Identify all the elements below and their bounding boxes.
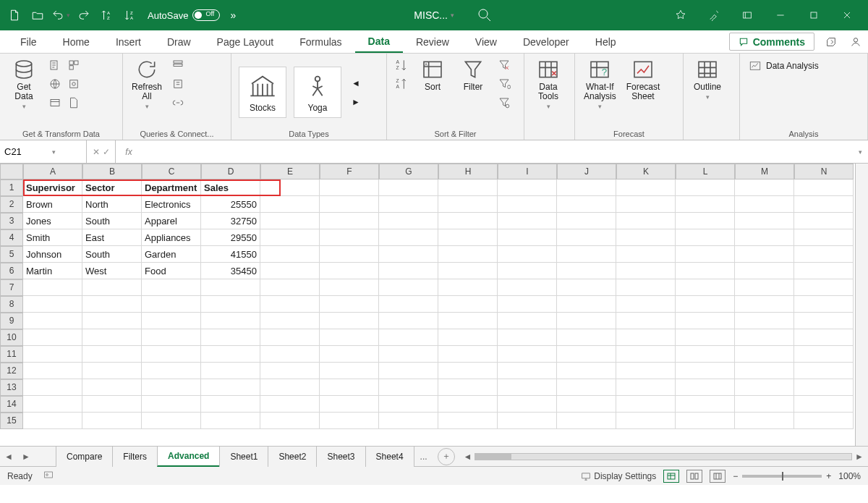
cell[interactable] — [438, 379, 498, 396]
document-name[interactable]: MISC... ▾ — [414, 9, 454, 21]
close-button[interactable] — [830, 0, 864, 30]
filter-button[interactable]: Filter — [455, 56, 491, 93]
cell[interactable]: 29550 — [201, 229, 260, 246]
cell[interactable] — [438, 213, 498, 229]
cell[interactable] — [498, 396, 557, 413]
cell[interactable] — [616, 279, 676, 296]
cell[interactable] — [438, 396, 498, 413]
cell[interactable] — [557, 363, 616, 379]
cell[interactable]: 25550 — [201, 196, 260, 213]
page-layout-view-button[interactable] — [686, 470, 702, 483]
nav-left-icon[interactable]: ◄ — [347, 75, 365, 92]
edit-links-icon[interactable] — [169, 94, 187, 111]
cell[interactable] — [260, 313, 320, 329]
cell[interactable] — [616, 363, 676, 379]
column-header[interactable]: I — [498, 164, 557, 179]
sheet-tab[interactable]: Advanced — [157, 447, 220, 467]
tab-home[interactable]: Home — [50, 30, 103, 53]
cell[interactable] — [557, 346, 616, 363]
cell[interactable] — [320, 313, 379, 329]
column-header[interactable]: J — [557, 164, 616, 179]
cell[interactable] — [438, 296, 498, 313]
cell[interactable] — [676, 179, 735, 196]
sort-button[interactable]: A Sort — [414, 56, 451, 93]
cell[interactable] — [735, 246, 794, 263]
cell[interactable] — [438, 313, 498, 329]
cell[interactable] — [379, 246, 438, 263]
whatif-button[interactable]: ? What-If Analysis ▾ — [581, 56, 619, 111]
cell[interactable] — [557, 413, 616, 429]
row-header[interactable]: 12 — [0, 363, 23, 379]
cell[interactable] — [379, 313, 438, 329]
cell[interactable] — [676, 363, 735, 379]
cell[interactable]: North — [82, 196, 142, 213]
cell[interactable]: Department — [142, 179, 201, 196]
cell[interactable]: South — [82, 213, 142, 229]
row-header[interactable]: 5 — [0, 246, 23, 263]
queries-icon[interactable] — [169, 56, 187, 74]
data-conn-icon[interactable] — [65, 94, 82, 111]
cell[interactable] — [142, 279, 201, 296]
row-header[interactable]: 15 — [0, 413, 23, 429]
column-header[interactable]: L — [676, 164, 735, 179]
cell[interactable] — [201, 396, 260, 413]
autosave-toggle[interactable]: AutoSave Off — [148, 9, 220, 21]
yoga-button[interactable]: Yoga — [294, 67, 341, 118]
cell[interactable] — [794, 213, 854, 229]
cell[interactable] — [379, 179, 438, 196]
cell[interactable] — [23, 379, 82, 396]
cell[interactable] — [23, 346, 82, 363]
cell[interactable] — [82, 329, 142, 346]
cell[interactable] — [438, 263, 498, 279]
cell[interactable] — [379, 346, 438, 363]
cell[interactable] — [616, 329, 676, 346]
sheet-more[interactable]: ... — [414, 452, 433, 462]
from-table-icon[interactable] — [46, 75, 64, 93]
cell[interactable]: South — [82, 246, 142, 263]
name-box[interactable]: ▾ — [0, 140, 87, 163]
cell[interactable] — [201, 296, 260, 313]
sheet-tab[interactable]: Sheet2 — [268, 447, 317, 467]
cell[interactable] — [260, 196, 320, 213]
column-header[interactable]: E — [260, 164, 320, 179]
cell[interactable] — [735, 363, 794, 379]
comments-button[interactable]: Comments — [729, 33, 814, 51]
cell[interactable] — [438, 196, 498, 213]
tab-draw[interactable]: Draw — [154, 30, 204, 53]
cell[interactable] — [616, 196, 676, 213]
cell[interactable] — [260, 363, 320, 379]
tab-file[interactable]: File — [7, 30, 50, 53]
cell[interactable] — [260, 396, 320, 413]
column-header[interactable]: M — [735, 164, 794, 179]
cell[interactable] — [320, 263, 379, 279]
cell[interactable] — [438, 329, 498, 346]
cell[interactable] — [616, 396, 676, 413]
cell[interactable] — [794, 263, 854, 279]
cell[interactable] — [320, 296, 379, 313]
from-text-icon[interactable] — [46, 56, 64, 74]
cell[interactable] — [735, 396, 794, 413]
cell[interactable] — [82, 313, 142, 329]
cell[interactable] — [379, 229, 438, 246]
cell[interactable] — [498, 196, 557, 213]
cell[interactable] — [438, 346, 498, 363]
cell[interactable]: Apparel — [142, 213, 201, 229]
select-all-corner[interactable] — [0, 164, 23, 179]
cell[interactable]: Jones — [23, 213, 82, 229]
data-tools-button[interactable]: Data Tools ▾ — [530, 56, 566, 111]
cell[interactable] — [498, 379, 557, 396]
search-icon[interactable] — [476, 7, 493, 24]
cell[interactable] — [438, 246, 498, 263]
cell[interactable] — [320, 329, 379, 346]
cell[interactable] — [557, 329, 616, 346]
maximize-button[interactable] — [797, 0, 830, 30]
cell[interactable] — [676, 346, 735, 363]
cell[interactable] — [557, 213, 616, 229]
cell[interactable] — [379, 363, 438, 379]
cell[interactable]: Smith — [23, 229, 82, 246]
cell[interactable] — [320, 363, 379, 379]
tab-page-layout[interactable]: Page Layout — [204, 30, 287, 53]
brush-icon[interactable] — [697, 0, 731, 30]
cell[interactable] — [498, 363, 557, 379]
cell[interactable]: Martin — [23, 263, 82, 279]
